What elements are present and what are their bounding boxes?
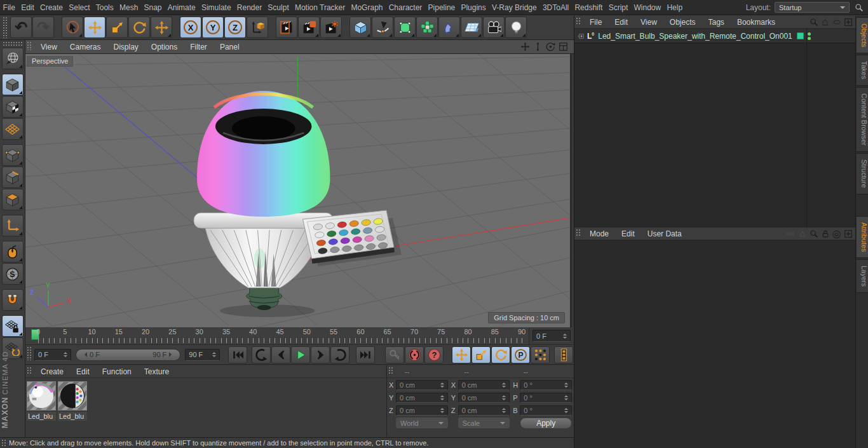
object-tree[interactable]: L0 Led_Smart_Bulb_Speaker_with_Remote_Co…: [574, 29, 856, 227]
toolbar-undo-button[interactable]: ↶: [10, 17, 32, 38]
menu-file[interactable]: File: [0, 3, 18, 12]
current-frame-field[interactable]: 0 F: [532, 330, 571, 342]
coord-field-h-2[interactable]: 0 °: [520, 380, 572, 390]
toolbar-live-selection-button[interactable]: [62, 17, 83, 38]
om-menu-objects[interactable]: Objects: [663, 18, 702, 27]
om-menu-bookmarks[interactable]: Bookmarks: [731, 18, 782, 27]
menu-window[interactable]: Window: [631, 3, 664, 12]
palette-enable-axis-modification-button[interactable]: [2, 215, 24, 236]
transport-play-forwards-button[interactable]: [291, 346, 310, 363]
attr-search-icon[interactable]: [808, 228, 819, 239]
coord-field-b-2[interactable]: 0 °: [520, 405, 572, 416]
menu-mograph[interactable]: MoGraph: [348, 3, 386, 12]
toolbar-render-view-button[interactable]: [276, 17, 297, 38]
spinner-icon[interactable]: [562, 381, 568, 390]
toolbar-add-mograph-button[interactable]: [416, 17, 438, 38]
material-grip[interactable]: [27, 367, 32, 375]
material-preview-bulb[interactable]: [27, 381, 56, 411]
object-name[interactable]: Led_Smart_Bulb_Speaker_with_Remote_Contr…: [598, 32, 792, 41]
spinner-icon[interactable]: [562, 393, 568, 402]
material-menu-edit[interactable]: Edit: [70, 367, 96, 376]
transport-goto-previous-frame-button[interactable]: [271, 346, 290, 363]
timeline-ruler[interactable]: 051015202530354045505560657075808590: [25, 327, 527, 345]
spinner-icon[interactable]: [499, 406, 506, 415]
toolbar-add-light-button[interactable]: [505, 17, 527, 38]
toggle-view-layout-icon[interactable]: [558, 41, 569, 52]
material-menu-texture[interactable]: Texture: [138, 367, 175, 376]
palette-points-mode-button[interactable]: [2, 144, 24, 166]
side-tab-takes[interactable]: Takes: [857, 55, 868, 86]
attr-history-back-icon[interactable]: [785, 228, 796, 239]
attr-lock-icon[interactable]: [820, 228, 831, 239]
object-row[interactable]: L0 Led_Smart_Bulb_Speaker_with_Remote_Co…: [574, 29, 856, 43]
menu-v-ray-bridge[interactable]: V-Ray Bridge: [489, 3, 539, 12]
toolbar-move-button[interactable]: [84, 17, 105, 38]
coord-select-world[interactable]: World: [396, 417, 448, 428]
attr-menu-user-data[interactable]: User Data: [641, 229, 688, 238]
menu-tools[interactable]: Tools: [93, 3, 116, 12]
om-search-icon[interactable]: [808, 17, 819, 27]
attribute-grip[interactable]: [576, 229, 581, 237]
menu-pipeline[interactable]: Pipeline: [425, 3, 458, 12]
material-item[interactable]: Led_blu: [27, 381, 56, 421]
coord-field-x-1[interactable]: 0 cm: [458, 380, 510, 390]
spinner-icon[interactable]: [438, 381, 444, 390]
spinner-icon[interactable]: [562, 406, 568, 415]
palette-edges-mode-button[interactable]: [2, 166, 24, 188]
menu-edit[interactable]: Edit: [18, 3, 37, 12]
coord-select-scale[interactable]: Scale: [458, 417, 510, 428]
palette-tweak-mode-button[interactable]: [2, 241, 24, 262]
material-preview-remote[interactable]: [58, 381, 87, 411]
toolbar-add-environment-button[interactable]: [461, 17, 482, 38]
material-menu-create[interactable]: Create: [34, 367, 70, 376]
menu-redshift[interactable]: Redshift: [572, 3, 606, 12]
attr-history-up-icon[interactable]: [797, 228, 808, 239]
dolly-view-icon[interactable]: [532, 41, 543, 52]
menu-sculpt[interactable]: Sculpt: [265, 3, 292, 12]
coord-field-p-2[interactable]: 0 °: [520, 393, 572, 403]
expand-toggle-icon[interactable]: [577, 32, 585, 40]
side-tab-attributes[interactable]: Attributes: [857, 216, 868, 258]
viewport-menu-options[interactable]: Options: [145, 43, 184, 51]
spinner-icon[interactable]: [438, 393, 444, 402]
transport-goto-next-frame-button[interactable]: [311, 346, 330, 363]
range-end-field[interactable]: 90 F: [185, 349, 220, 361]
palette-workplane-mode-button[interactable]: [2, 118, 24, 140]
attr-menu-edit[interactable]: Edit: [615, 229, 641, 238]
orbit-view-icon[interactable]: [545, 41, 556, 52]
palette-snap-settings-button[interactable]: S: [2, 263, 24, 285]
transport-keyframe-rotation-button[interactable]: [491, 346, 510, 363]
menu-render[interactable]: Render: [234, 3, 265, 12]
coord-field-y-1[interactable]: 0 cm: [458, 393, 510, 403]
toolbar-scale-button[interactable]: [106, 17, 128, 38]
palette-model-mode-button[interactable]: [2, 74, 24, 95]
viewport-menu-view[interactable]: View: [34, 43, 64, 51]
side-tab-structure[interactable]: Structure: [857, 153, 868, 194]
transport-keyframe-selection-button[interactable]: [385, 346, 404, 363]
transport-goto-previous-key-button[interactable]: [252, 346, 271, 363]
attr-add-panel-icon[interactable]: [843, 228, 853, 239]
om-filter-icon[interactable]: [831, 17, 842, 27]
coord-field-z-1[interactable]: 0 cm: [458, 405, 510, 416]
coord-field-z-0[interactable]: 0 cm: [396, 405, 448, 416]
transport-keyframe-position-button[interactable]: [452, 346, 471, 363]
transport-goto-next-key-button[interactable]: [330, 346, 349, 363]
menu-character[interactable]: Character: [386, 3, 425, 12]
om-menu-tags[interactable]: Tags: [702, 18, 731, 27]
palette-polygons-mode-button[interactable]: [2, 189, 24, 210]
viewport-menu-cameras[interactable]: Cameras: [64, 43, 107, 51]
menu-select[interactable]: Select: [66, 3, 93, 12]
spinner-icon[interactable]: [438, 406, 444, 415]
transport-open-timeline-button[interactable]: [554, 346, 573, 363]
search-icon[interactable]: [853, 2, 864, 13]
attr-menu-mode[interactable]: Mode: [583, 229, 615, 238]
toolbar-lock-x-axis-button[interactable]: X: [180, 17, 201, 38]
side-tab-content-browser[interactable]: Content Browser: [857, 87, 868, 152]
apply-button[interactable]: Apply: [520, 417, 572, 429]
palette-lock-workplane-button[interactable]: [2, 315, 24, 337]
side-tab-layers[interactable]: Layers: [857, 259, 868, 293]
camera-label[interactable]: Perspective: [27, 56, 73, 67]
toolbar-add-primitive-button[interactable]: [349, 17, 371, 38]
menu-animate[interactable]: Animate: [165, 3, 198, 12]
menu-plugins[interactable]: Plugins: [458, 3, 489, 12]
